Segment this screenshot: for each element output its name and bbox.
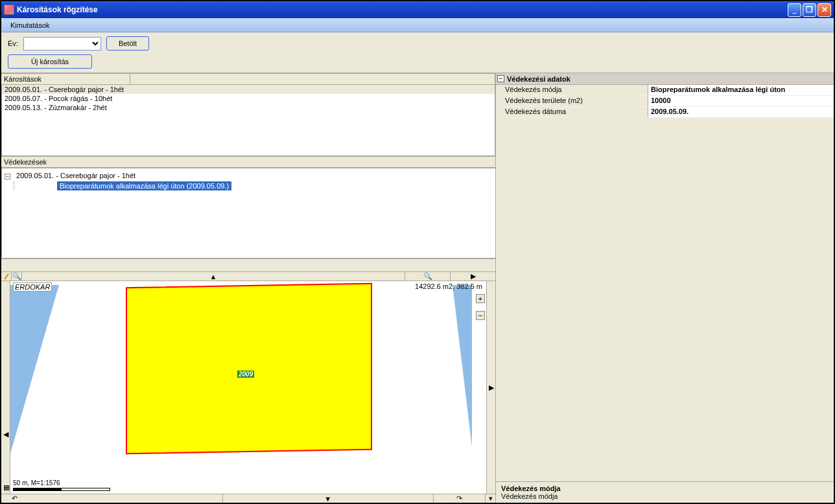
maximize-button[interactable]: ❐ bbox=[803, 3, 816, 17]
prop-label: Védekezés dátuma bbox=[496, 107, 648, 117]
damages-list[interactable]: 2009.05.01. - Cserebogár pajor - 1hét 20… bbox=[1, 85, 495, 156]
ruler-magnify-icon[interactable]: 🔍 bbox=[405, 272, 450, 281]
adjacent-parcel-left bbox=[10, 285, 59, 453]
properties-grid: Védekezés módja Biopreparátumok alkalmaz… bbox=[496, 85, 834, 118]
ruler-left[interactable]: ◀ bbox=[1, 387, 10, 481]
properties-body bbox=[496, 118, 834, 481]
adjacent-parcel-right bbox=[453, 285, 472, 447]
footer-down-icon[interactable]: ▾ bbox=[485, 494, 495, 503]
defenses-header: Védekezések bbox=[1, 156, 495, 168]
minimize-button[interactable]: _ bbox=[788, 3, 801, 17]
draw-tool-icon[interactable] bbox=[6, 273, 7, 280]
prop-desc-title: Védekezés módja bbox=[501, 485, 829, 492]
properties-collapse-icon[interactable]: − bbox=[497, 75, 504, 82]
prop-label: Védekezés területe (m2) bbox=[496, 96, 648, 106]
title-bar: Károsítások rögzítése _ ❐ ✕ bbox=[1, 1, 834, 18]
tree-child-node[interactable]: Biopreparátumok alkalmazása légi úton (2… bbox=[57, 181, 231, 190]
list-item[interactable]: 2009.05.07. - Pocok rágás - 10hét bbox=[2, 94, 495, 103]
scale-bar bbox=[13, 488, 110, 491]
footer-undo-icon[interactable]: ↶ bbox=[1, 494, 222, 503]
properties-header: − Védekezési adatok bbox=[496, 73, 834, 85]
ruler-magnify-icon[interactable]: 🔍 bbox=[12, 272, 22, 281]
prop-desc-text: Védekezés módja bbox=[501, 492, 829, 500]
menu-reports[interactable]: Kimutatások bbox=[6, 20, 54, 30]
selected-parcel[interactable] bbox=[126, 283, 372, 455]
prop-value[interactable]: 10000 bbox=[648, 96, 834, 106]
parcel-label: 2009 bbox=[237, 371, 254, 378]
app-icon bbox=[4, 5, 14, 15]
tree-collapse-icon[interactable]: − bbox=[5, 174, 10, 179]
ruler-right[interactable]: ▶ bbox=[487, 281, 495, 494]
damages-header: Károsítások bbox=[1, 73, 495, 85]
damages-header-label: Károsítások bbox=[4, 74, 130, 84]
year-select[interactable] bbox=[23, 37, 101, 51]
ruler-top[interactable]: ▲ bbox=[22, 272, 405, 281]
tree-parent-node[interactable]: 2009.05.01. - Cserebogár pajor - 1hét bbox=[16, 172, 135, 179]
window-title: Károsítások rögzítése bbox=[17, 5, 786, 14]
defenses-header-label: Védekezések bbox=[4, 158, 47, 166]
toolbar: Év: Betölt Új károsítás bbox=[1, 32, 834, 73]
new-damage-button[interactable]: Új károsítás bbox=[8, 54, 92, 69]
properties-description: Védekezés módja Védekezés módja bbox=[496, 481, 834, 503]
prop-value[interactable]: Biopreparátumok alkalmazása légi úton bbox=[648, 85, 834, 95]
prop-value[interactable]: 2009.05.09. bbox=[648, 107, 834, 117]
area-readout: 14292.6 m2, 382.5 m bbox=[415, 282, 482, 290]
prop-label: Védekezés módja bbox=[496, 85, 648, 95]
zoom-in-button[interactable]: + bbox=[476, 294, 485, 303]
defenses-tree[interactable]: − 2009.05.01. - Cserebogár pajor - 1hét … bbox=[1, 168, 495, 258]
year-label: Év: bbox=[8, 40, 18, 47]
zoom-out-button[interactable]: − bbox=[476, 311, 485, 320]
list-item[interactable]: 2009.05.01. - Cserebogár pajor - 1hét bbox=[2, 85, 495, 94]
properties-title: Védekezési adatok bbox=[507, 75, 570, 83]
ruler-arrow-right[interactable]: ▶ bbox=[450, 272, 495, 281]
scale-text: 50 m, M=1:1576 bbox=[13, 479, 110, 487]
list-item[interactable]: 2009.05.13. - Zúzmarakár - 2hét bbox=[2, 103, 495, 112]
menu-bar: Kimutatások bbox=[1, 18, 834, 32]
map-container: 🔍 ▲ 🔍 ▶ ◀ ▦ 2009 bbox=[1, 271, 495, 503]
splitter[interactable] bbox=[1, 258, 495, 271]
ruler-bottom[interactable]: ▼ bbox=[222, 494, 434, 503]
layer-name: ERDOKAR bbox=[13, 282, 52, 292]
load-button[interactable]: Betölt bbox=[106, 36, 149, 51]
footer-redo-icon[interactable]: ↷ bbox=[433, 494, 485, 503]
close-button[interactable]: ✕ bbox=[817, 3, 831, 17]
map-canvas[interactable]: 2009 ERDOKAR 14292.6 m2, 382.5 m + − 50 … bbox=[10, 281, 486, 494]
